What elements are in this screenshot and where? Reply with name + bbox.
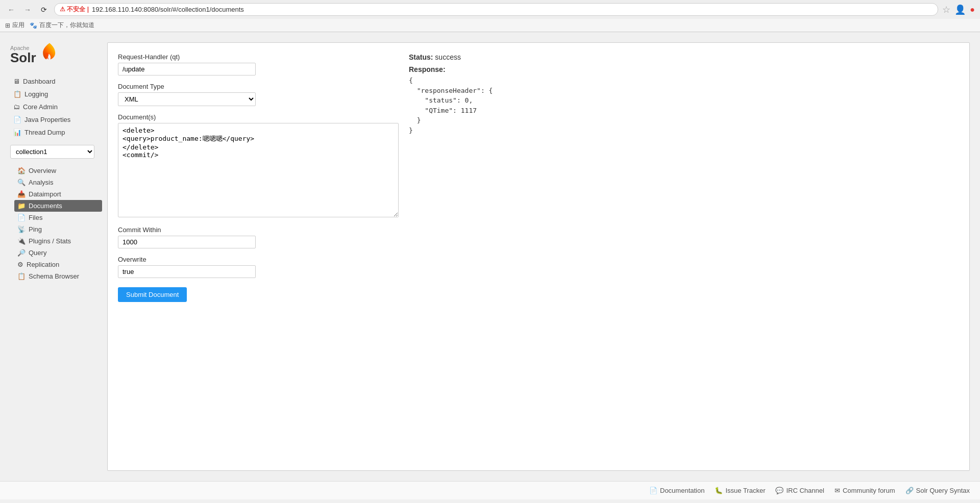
footer-irc-channel[interactable]: 💬 IRC Channel [775,487,824,494]
documents-label: Document(s) [118,113,409,121]
bookmark-apps[interactable]: ⊞ 应用 [5,21,24,30]
browser-chrome: ← → ⟳ ⚠ 不安全 | 192.168.110.140:8080/solr/… [0,0,980,32]
community-forum-icon: ✉ [835,487,840,494]
documents-group: Document(s) <delete> <query>product_name… [118,113,409,219]
collection-nav-schema-browser[interactable]: 📋 Schema Browser [14,270,102,282]
status-value: success [435,53,461,61]
logging-icon: 📋 [13,90,21,98]
sidebar-item-core-admin[interactable]: 🗂 Core Admin [10,100,102,113]
collection-nav-replication[interactable]: ⚙ Replication [14,259,102,270]
forward-button[interactable]: → [21,4,34,16]
commit-within-input[interactable] [118,236,256,248]
footer-community-forum[interactable]: ✉ Community forum [835,487,895,494]
dashboard-icon: 🖥 [13,78,20,85]
collection-nav-analysis[interactable]: 🔍 Analysis [14,177,102,188]
dataimport-icon: 📥 [17,190,26,198]
collection-nav-plugins[interactable]: 🔌 Plugins / Stats [14,235,102,247]
collection-dropdown[interactable]: collection1 [10,145,94,159]
collection-nav-documents[interactable]: 📁 Documents [14,200,102,212]
content-area: Request-Handler (qt) Document Type XML J… [107,42,970,471]
collection-nav: 🏠 Overview 🔍 Analysis 📥 Dataimport 📁 Doc… [14,165,102,282]
security-warning: ⚠ 不安全 | [60,5,89,14]
solr-logo: Apache Solr [10,42,102,67]
footer-solr-query-syntax[interactable]: 🔗 Solr Query Syntax [905,487,970,494]
status-label: Status: [409,53,433,61]
profile-icon[interactable]: 👤 [954,4,966,15]
collection-nav-overview[interactable]: 🏠 Overview [14,165,102,177]
collection-nav-query[interactable]: 🔎 Query [14,247,102,259]
overwrite-group: Overwrite [118,256,409,278]
response-json: { "responseHeader": { "status": 0, "QTim… [409,76,959,135]
irc-icon: 💬 [775,487,783,494]
query-syntax-icon: 🔗 [905,487,914,494]
document-type-select[interactable]: XML JSON CSV Document Builder [118,92,256,106]
documents-icon: 📁 [17,202,26,210]
documentation-icon: 📄 [649,487,657,494]
core-admin-icon: 🗂 [13,103,20,111]
bookmarks-bar: ⊞ 应用 🐾 百度一下，你就知道 [0,19,980,32]
two-column-layout: Request-Handler (qt) Document Type XML J… [118,53,959,302]
footer-issue-tracker[interactable]: 🐛 Issue Tracker [715,487,765,494]
overview-icon: 🏠 [17,167,26,174]
documents-textarea[interactable]: <delete> <query>product_name:嗯嗯嗯</query>… [118,123,399,217]
document-type-group: Document Type XML JSON CSV Document Buil… [118,83,409,106]
sidebar-item-thread-dump[interactable]: 📊 Thread Dump [10,126,102,139]
url-display: 192.168.110.140:8080/solr/#/collection1/… [92,6,244,13]
java-properties-icon: 📄 [13,116,21,123]
response-panel: Status: success Response: { "responseHea… [409,53,959,302]
sidebar: Apache Solr [10,42,102,471]
bookmark-baidu[interactable]: 🐾 百度一下，你就知道 [30,21,94,30]
sidebar-top-nav: 🖥 Dashboard 📋 Logging 🗂 Core Admin 📄 Jav… [10,75,102,139]
submit-document-button[interactable]: Submit Document [118,287,187,302]
request-handler-label: Request-Handler (qt) [118,53,409,61]
page-wrapper: Apache Solr [0,32,980,499]
commit-within-group: Commit Within [118,226,409,248]
main-layout: Apache Solr [0,32,980,481]
replication-icon: ⚙ [17,261,23,268]
query-icon: 🔎 [17,249,26,257]
schema-browser-icon: 📋 [17,272,26,280]
plugins-icon: 🔌 [17,237,26,245]
solr-flame-icon [37,42,62,67]
overwrite-input[interactable] [118,265,256,278]
document-type-label: Document Type [118,83,409,90]
back-button[interactable]: ← [5,4,17,16]
collection-nav-files[interactable]: 📄 Files [14,212,102,223]
collection-selector[interactable]: collection1 [10,145,102,159]
files-icon: 📄 [17,214,26,221]
sidebar-item-java-properties[interactable]: 📄 Java Properties [10,113,102,126]
apps-icon: ⊞ [5,22,10,29]
request-handler-group: Request-Handler (qt) [118,53,409,76]
issue-tracker-icon: 🐛 [715,487,723,494]
collection-nav-dataimport[interactable]: 📥 Dataimport [14,188,102,200]
star-icon[interactable]: ☆ [942,4,950,15]
ping-icon: 📡 [17,225,26,233]
response-label: Response: [409,65,959,73]
browser-toolbar: ← → ⟳ ⚠ 不安全 | 192.168.110.140:8080/solr/… [0,0,980,19]
footer-documentation[interactable]: 📄 Documentation [649,487,704,494]
close-icon[interactable]: ● [970,5,975,14]
sidebar-item-logging[interactable]: 📋 Logging [10,88,102,100]
documents-form: Request-Handler (qt) Document Type XML J… [118,53,409,302]
request-handler-input[interactable] [118,63,256,76]
collection-nav-ping[interactable]: 📡 Ping [14,223,102,235]
thread-dump-icon: 📊 [13,129,21,136]
response-status-line: Status: success [409,53,959,61]
sidebar-item-dashboard[interactable]: 🖥 Dashboard [10,75,102,88]
reload-button[interactable]: ⟳ [38,4,50,16]
analysis-icon: 🔍 [17,179,26,186]
baidu-icon: 🐾 [30,22,37,29]
solr-label: Solr [10,51,36,64]
footer: 📄 Documentation 🐛 Issue Tracker 💬 IRC Ch… [0,481,980,499]
overwrite-label: Overwrite [118,256,409,263]
commit-within-label: Commit Within [118,226,409,234]
